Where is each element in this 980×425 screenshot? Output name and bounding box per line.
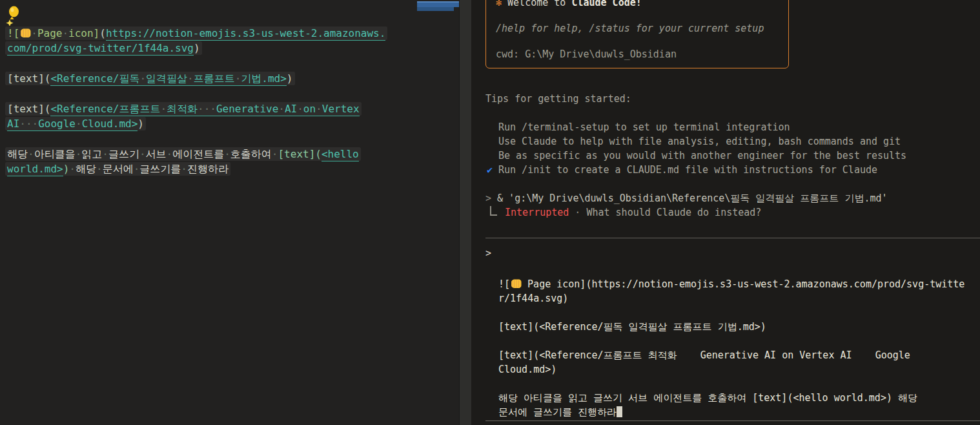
markdown-token: [text]( (278, 148, 321, 160)
welcome-box: ✻ Welcome to Claude Code! /help for help… (485, 0, 789, 68)
whitespace-dot: · (19, 118, 26, 130)
markdown-link[interactable]: <Reference/프롬프트·최적화···Generative·AI·on·V… (50, 103, 359, 116)
tips-list: Run /terminal-setup to set up terminal i… (485, 120, 980, 177)
whitespace-dot: · (224, 148, 230, 160)
markdown-token: ![ (7, 27, 19, 39)
markdown-token: [text]( (7, 103, 50, 115)
whitespace-dot: · (134, 163, 140, 175)
editor-line[interactable]: world.md>)·해당·문서에·글쓰기를·진행하라 (5, 161, 471, 176)
markdown-paragraph[interactable]: 해당·아티클을·읽고·글쓰기·서브·에이전트를·호출하여·[text](<hel… (5, 147, 471, 176)
interrupted-question: What should Claude do instead? (586, 207, 761, 218)
whitespace-dot: · (139, 72, 146, 85)
markdown-token: 해당·아티클을·읽고·글쓰기·서브·에이전트를·호출하여· (7, 148, 278, 160)
editor-line[interactable]: [text](<Reference/필독·일격필살·프롬프트·기법.md>) (5, 71, 471, 86)
asterisk-star-icon: ✻ (496, 0, 507, 8)
welcome-title-text: Welcome to (507, 0, 571, 8)
terminal-input-line[interactable]: r/1f44a.svg) (498, 291, 980, 306)
terminal-input-line[interactable]: Cloud.md>) (498, 362, 980, 377)
fist-emoji-icon (19, 27, 31, 39)
editor-line[interactable]: 해당·아티클을·읽고·글쓰기·서브·에이전트를·호출하여·[text](<hel… (5, 147, 471, 161)
text-cursor (617, 406, 622, 417)
markdown-token: ) (194, 42, 200, 54)
editor-content[interactable]: ![·Page·icon](https://notion-emojis.s3-u… (5, 26, 471, 176)
terminal-input-line[interactable] (498, 377, 980, 391)
markdown-link[interactable]: https://notion-emojis.s3-us-west-2.amazo… (106, 27, 385, 41)
whitespace-dot: · (278, 103, 285, 115)
whitespace-dot: · (32, 118, 39, 130)
whitespace-dot: · (198, 103, 204, 115)
whitespace-dot: · (210, 103, 216, 115)
markdown-document[interactable]: ![·Page·icon](https://notion-emojis.s3-u… (0, 0, 471, 176)
markdown-token: ·Page·icon] (31, 27, 99, 39)
markdown-token: ·해당·문서에·글쓰기를·진행하라 (69, 163, 229, 175)
markdown-link[interactable]: <Reference/필독·일격필살·프롬프트·기법.md> (50, 72, 286, 86)
whitespace-dot: · (316, 103, 322, 115)
terminal-input-line[interactable]: 해당 아티클을 읽고 글쓰기 서브 에이전트를 호출하여 [text](<hel… (498, 391, 980, 405)
tips-header: Tips for getting started: (485, 92, 980, 106)
editor-line[interactable]: ![·Page·icon](https://notion-emojis.s3-u… (5, 26, 471, 41)
editor-scrollbar[interactable] (459, 0, 471, 425)
editor-line[interactable]: AI···Google·Cloud.md>) (5, 116, 471, 131)
tip-item: Be as specific as you would with another… (485, 149, 980, 163)
markdown-token: ) (63, 163, 70, 175)
fist-emoji-icon (510, 278, 522, 289)
terminal-divider-bottom (485, 420, 980, 421)
tip-item: Run /terminal-setup to set up terminal i… (485, 120, 980, 134)
whitespace-dot: · (69, 163, 76, 175)
previous-command-line: > & 'g:\My Drive\duwls_Obsidian\Referenc… (485, 191, 980, 205)
markdown-token: ) (287, 72, 293, 85)
whitespace-dot: · (31, 27, 37, 39)
whitespace-dot: · (204, 103, 210, 115)
terminal-input-line[interactable] (498, 334, 980, 348)
prompt-line[interactable]: > (485, 246, 980, 260)
split-view: ![·Page·icon](https://notion-emojis.s3-u… (0, 0, 980, 425)
terminal-input-line[interactable]: 문서에 글쓰기를 진행하라 (498, 405, 980, 419)
prompt-caret: > (485, 247, 491, 259)
help-hint-line: /help for help, /status for your current… (496, 21, 779, 36)
welcome-title: ✻ Welcome to Claude Code! (496, 0, 779, 10)
terminal-input-line[interactable]: [text](<Reference/프롬프트 최적화 Generative AI… (498, 348, 980, 362)
editor-line[interactable]: [text](<Reference/프롬프트·최적화···Generative·… (5, 101, 471, 116)
markdown-token: ( (99, 27, 106, 39)
whitespace-dot: · (139, 148, 146, 160)
prompt-caret: > (485, 192, 497, 204)
markdown-paragraph[interactable]: [text](<Reference/프롬프트·최적화···Generative·… (5, 101, 471, 131)
whitespace-dot: · (187, 72, 194, 85)
whitespace-dot: · (167, 148, 173, 160)
whitespace-dot: · (96, 163, 103, 175)
markdown-paragraph[interactable]: ![·Page·icon](https://notion-emojis.s3-u… (5, 26, 471, 56)
whitespace-dot: · (297, 103, 303, 115)
markdown-link[interactable]: <hello (322, 148, 359, 161)
minimap-selection-mark[interactable] (417, 1, 459, 7)
interrupted-result-line: Interrupted · What should Claude do inst… (485, 205, 980, 220)
markdown-token: ) (138, 118, 144, 130)
page-icon-row (5, 5, 471, 26)
whitespace-dot: · (160, 103, 167, 115)
tips-section: Tips for getting started: Run /terminal-… (485, 92, 980, 177)
command-history: > & 'g:\My Drive\duwls_Obsidian\Referenc… (485, 191, 980, 220)
terminal-input-line[interactable] (498, 306, 980, 320)
terminal-input-line[interactable]: ![ Page icon](https://notion-emojis.s3-u… (498, 277, 980, 291)
markdown-link[interactable]: world.md> (7, 163, 63, 176)
markdown-link[interactable]: AI···Google·Cloud.md> (7, 118, 138, 131)
markdown-link[interactable]: com/prod/svg-twitter/1f44a.svg (7, 42, 194, 56)
dot-separator: · (569, 207, 586, 218)
markdown-paragraph[interactable]: [text](<Reference/필독·일격필살·프롬프트·기법.md>) (5, 71, 471, 86)
tip-item: ✔Run /init to create a CLAUDE.md file wi… (485, 163, 980, 177)
whitespace-dot: · (181, 163, 187, 175)
whitespace-dot: · (62, 27, 68, 39)
editor-pane[interactable]: ![·Page·icon](https://notion-emojis.s3-u… (0, 0, 471, 425)
terminal-input-line[interactable]: [text](<Reference/필독 일격필살 프롬프트 기법.md>) (498, 320, 980, 334)
minimap-selection-mark[interactable] (417, 7, 454, 11)
whitespace-dot: · (26, 118, 32, 130)
editor-line[interactable]: com/prod/svg-twitter/1f44a.svg) (5, 41, 471, 56)
check-icon: ✔ (487, 163, 493, 177)
terminal-pane[interactable]: ✻ Welcome to Claude Code! /help for help… (471, 0, 980, 425)
terminal-input-text[interactable]: ![ Page icon](https://notion-emojis.s3-u… (498, 277, 980, 419)
brand-name: Claude Code! (571, 0, 641, 8)
terminal-divider-top (485, 238, 980, 238)
whitespace-dot: · (76, 118, 82, 130)
interrupted-status: Interrupted (505, 207, 569, 218)
whitespace-dot: · (235, 72, 241, 85)
previous-command-text: & 'g:\My Drive\duwls_Obsidian\Reference\… (497, 192, 887, 204)
